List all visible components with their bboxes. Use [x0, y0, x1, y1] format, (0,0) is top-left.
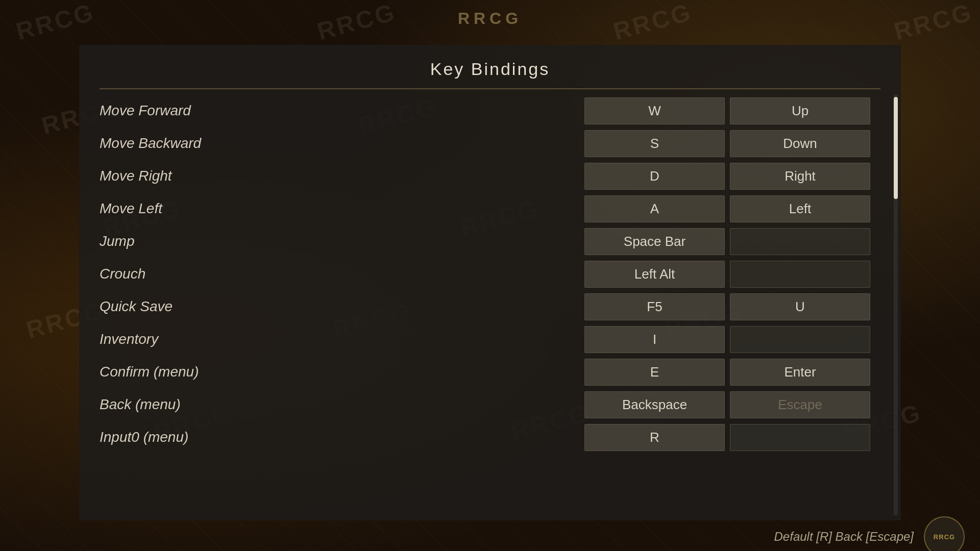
key-button-secondary[interactable]: Right [730, 163, 870, 190]
binding-row: InventoryI [79, 323, 891, 356]
binding-row: Input0 (menu)R [79, 421, 891, 454]
key-button-primary[interactable]: R [584, 424, 725, 451]
key-button-secondary[interactable]: Down [730, 130, 870, 157]
key-button-primary[interactable]: F5 [584, 293, 725, 320]
key-button-primary[interactable]: Space Bar [584, 228, 725, 255]
main-panel: Key Bindings Move ForwardWUpMove Backwar… [79, 45, 901, 520]
binding-row: Move ForwardWUp [79, 94, 891, 127]
binding-keys: SDown [584, 130, 870, 157]
key-button-primary[interactable]: Left Alt [584, 261, 725, 288]
scrollbar-thumb[interactable] [894, 97, 898, 199]
binding-keys: R [584, 424, 870, 451]
binding-row: Back (menu)BackspaceEscape [79, 388, 891, 421]
key-button-primary[interactable]: W [584, 97, 725, 124]
key-button-secondary[interactable]: Left [730, 195, 870, 222]
binding-action: Move Backward [100, 135, 584, 152]
binding-keys: BackspaceEscape [584, 391, 870, 418]
binding-action: Input0 (menu) [100, 429, 584, 445]
binding-keys: DRight [584, 163, 870, 190]
binding-action: Move Left [100, 201, 584, 217]
key-button-secondary[interactable]: Up [730, 97, 870, 124]
key-button-primary[interactable]: I [584, 326, 725, 353]
binding-keys: Left Alt [584, 261, 870, 288]
binding-row: Quick SaveF5U [79, 290, 891, 323]
binding-action: Move Right [100, 168, 584, 184]
scrollbar-track[interactable] [894, 94, 898, 515]
key-button-secondary[interactable] [730, 261, 870, 288]
binding-keys: WUp [584, 97, 870, 124]
panel-header: Key Bindings [100, 45, 880, 89]
key-button-secondary[interactable]: U [730, 293, 870, 320]
bindings-list: Move ForwardWUpMove BackwardSDownMove Ri… [79, 89, 891, 520]
key-button-secondary[interactable]: Escape [730, 391, 870, 418]
key-button-primary[interactable]: S [584, 130, 725, 157]
binding-row: Confirm (menu)EEnter [79, 356, 891, 388]
bindings-area: Move ForwardWUpMove BackwardSDownMove Ri… [79, 89, 901, 520]
key-button-primary[interactable]: Backspace [584, 391, 725, 418]
binding-action: Quick Save [100, 298, 584, 315]
binding-action: Confirm (menu) [100, 364, 584, 380]
key-button-secondary[interactable]: Enter [730, 359, 870, 386]
binding-keys: Space Bar [584, 228, 870, 255]
app-title: RRCG [458, 9, 522, 28]
binding-action: Inventory [100, 331, 584, 347]
key-button-secondary[interactable] [730, 228, 870, 255]
logo-text: RRCG [934, 533, 955, 541]
binding-keys: I [584, 326, 870, 353]
binding-keys: ALeft [584, 195, 870, 222]
panel-title: Key Bindings [430, 59, 550, 79]
binding-row: JumpSpace Bar [79, 225, 891, 258]
bottom-bar: Default [R] Back [Escape] RRCG [0, 522, 980, 551]
binding-action: Crouch [100, 266, 584, 282]
key-button-secondary[interactable] [730, 326, 870, 353]
key-button-primary[interactable]: D [584, 163, 725, 190]
binding-row: Move LeftALeft [79, 192, 891, 225]
binding-row: Move RightDRight [79, 160, 891, 192]
footer-hint: Default [R] Back [Escape] [774, 530, 914, 544]
key-button-secondary[interactable] [730, 424, 870, 451]
binding-action: Jump [100, 233, 584, 249]
binding-action: Move Forward [100, 103, 584, 119]
binding-action: Back (menu) [100, 396, 584, 413]
binding-row: Move BackwardSDown [79, 127, 891, 160]
binding-keys: F5U [584, 293, 870, 320]
key-button-primary[interactable]: E [584, 359, 725, 386]
binding-keys: EEnter [584, 359, 870, 386]
binding-row: CrouchLeft Alt [79, 258, 891, 290]
key-button-primary[interactable]: A [584, 195, 725, 222]
